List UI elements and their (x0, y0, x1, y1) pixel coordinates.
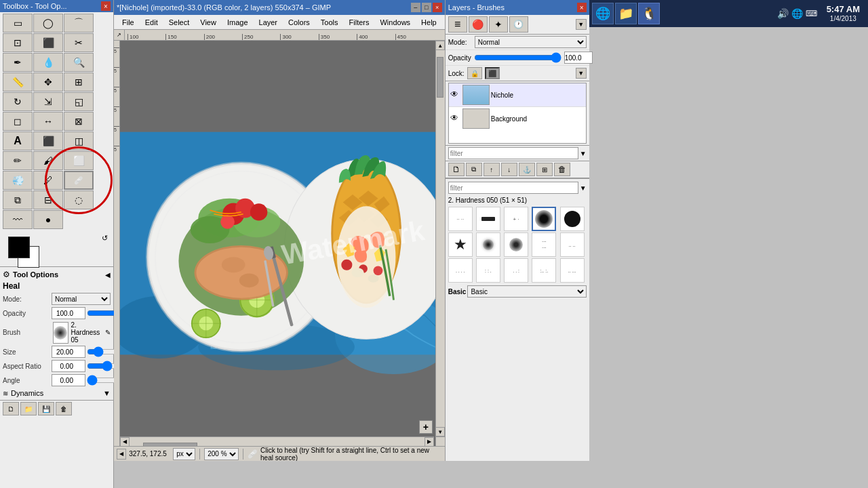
mode-select[interactable]: Normal (52, 293, 111, 305)
minimize-button[interactable]: – (411, 3, 420, 12)
menu-edit[interactable]: Edit (140, 15, 163, 30)
menu-view[interactable]: View (195, 15, 222, 30)
tool-options-collapse[interactable]: ◀ (105, 271, 111, 279)
layer-up-button[interactable]: ↑ (484, 163, 500, 176)
layers-close-button[interactable]: × (577, 3, 587, 12)
layer-merge-button[interactable]: ⊞ (536, 163, 553, 176)
tool-paintbrush[interactable]: 🖌 (33, 151, 63, 170)
taskbar-gimp-button[interactable]: 🐧 (638, 3, 660, 24)
menu-file[interactable]: File (117, 15, 140, 30)
tool-flip[interactable]: ↔ (33, 112, 63, 131)
layers-channels-tab[interactable]: ≡ (448, 16, 467, 33)
menu-tools[interactable]: Tools (315, 15, 344, 30)
scrollbar-vertical[interactable]: ▲ ▼ (435, 41, 445, 436)
layers-opacity-input[interactable]: 100.0 (564, 52, 593, 64)
canvas-viewport[interactable]: BLUALS (120, 41, 444, 446)
scroll-up-button[interactable]: ▲ (435, 41, 445, 50)
tool-pencil[interactable]: ✏ (3, 151, 33, 170)
foreground-color[interactable] (8, 237, 30, 258)
tool-dodge[interactable]: ● (33, 210, 63, 229)
tool-zoom[interactable]: 🔍 (64, 53, 94, 72)
brush-cell-10[interactable]: .. .. (560, 232, 585, 257)
brush-cell-8[interactable] (504, 232, 528, 257)
tool-airbrush[interactable]: 💨 (3, 171, 33, 190)
aspect-input[interactable]: 0.00 (52, 360, 85, 372)
layers-filter-input[interactable] (448, 147, 578, 159)
zoom-plus-icon[interactable]: + (419, 420, 433, 434)
brushes-filter-arrow[interactable]: ▼ (580, 184, 587, 192)
tool-shear[interactable]: ◱ (64, 92, 94, 111)
tool-scale[interactable]: ⇲ (33, 92, 63, 111)
tool-select-color[interactable]: ⬛ (33, 33, 63, 52)
scroll-left-button[interactable]: ◀ (120, 437, 130, 447)
tool-options-new[interactable]: 🗋 (3, 402, 19, 415)
layer-eye-background[interactable]: 👁 (450, 113, 461, 124)
scroll-down-button[interactable]: ▼ (435, 427, 445, 436)
lock-alpha-button[interactable]: ⬛ (485, 67, 500, 79)
menu-colors[interactable]: Colors (283, 15, 315, 30)
taskbar-folder-button[interactable]: 📁 (615, 3, 637, 24)
tool-options-open[interactable]: 📁 (20, 402, 37, 415)
brush-preview[interactable] (53, 322, 68, 344)
layers-paths-tab[interactable]: 🔴 (469, 16, 488, 33)
brush-cell-2[interactable] (476, 207, 500, 231)
tool-blend[interactable]: ◫ (64, 131, 94, 150)
layers-expand-icon[interactable]: ▼ (576, 68, 587, 79)
layer-anchor-button[interactable]: ⚓ (519, 163, 535, 176)
tool-text[interactable]: A (3, 131, 33, 150)
layer-new-button[interactable]: 🗋 (448, 163, 465, 176)
taskbar-clock[interactable]: 5:47 AM 1/4/2013 (821, 4, 865, 23)
tool-fuzzy-select[interactable]: ⊡ (3, 33, 33, 52)
tool-rect-select[interactable]: ▭ (3, 14, 33, 33)
tool-clone[interactable]: ⧉ (3, 190, 33, 209)
layers-undo-tab[interactable]: ✦ (489, 16, 508, 33)
tool-heal[interactable]: 🩹 (64, 171, 94, 190)
status-zoom-select[interactable]: 200 % 100 % 50 % (204, 448, 239, 460)
tool-color-picker[interactable]: 💧 (33, 53, 63, 72)
tool-measure[interactable]: 📏 (3, 73, 33, 92)
layer-item-nichole[interactable]: 👁 Nichole (449, 83, 586, 107)
brush-cell-11[interactable]: . . . . (448, 258, 473, 283)
scroll-thumb-v[interactable] (437, 57, 443, 98)
toolbox-close-button[interactable]: × (101, 1, 111, 11)
brush-cell-7[interactable] (476, 232, 500, 257)
status-unit-select[interactable]: px % (173, 448, 195, 460)
brushes-category-select[interactable]: Basic Bristle Calligraphic (467, 285, 586, 298)
brush-cell-15[interactable]: .. ... (560, 258, 585, 283)
layers-panel-expand[interactable]: ▼ (576, 19, 587, 30)
layer-delete-button[interactable]: 🗑 (554, 163, 570, 176)
menu-select[interactable]: Select (163, 15, 195, 30)
tool-blur[interactable]: ◌ (64, 190, 94, 209)
tool-smudge[interactable]: 〰 (3, 210, 33, 229)
tool-ellipse-select[interactable]: ◯ (33, 14, 63, 33)
brush-cell-3[interactable]: + · (504, 207, 528, 231)
tool-perspective-clone[interactable]: ⊟ (33, 190, 63, 209)
layers-mode-select[interactable]: Normal Multiply Screen (475, 36, 587, 48)
menu-help[interactable]: Help (416, 15, 442, 30)
close-button[interactable]: × (433, 3, 442, 12)
brush-edit-button[interactable]: ✎ (105, 329, 111, 336)
opacity-input[interactable]: 100.0 (52, 307, 85, 319)
brush-cell-4[interactable] (532, 207, 556, 231)
tool-rotate[interactable]: ↻ (3, 92, 33, 111)
scroll-right-button[interactable]: ▶ (425, 437, 434, 447)
brush-cell-5[interactable] (560, 207, 585, 231)
brushes-filter-input[interactable] (448, 182, 578, 194)
brush-cell-6[interactable]: ★ (448, 232, 473, 257)
layer-item-background[interactable]: 👁 Background (449, 107, 586, 130)
angle-input[interactable]: 0.00 (52, 374, 85, 386)
size-input[interactable]: 20.00 (52, 346, 85, 358)
menu-filters[interactable]: Filters (344, 15, 375, 30)
layer-duplicate-button[interactable]: ⧉ (466, 163, 482, 176)
scroll-thumb-h[interactable] (143, 443, 197, 447)
tool-move[interactable]: ✥ (33, 73, 63, 92)
tool-paths[interactable]: ✒ (3, 53, 33, 72)
tray-icon-2[interactable]: 🌐 (791, 8, 803, 19)
tool-bucket[interactable]: ⬛ (33, 131, 63, 150)
tool-options-delete[interactable]: 🗑 (56, 402, 72, 415)
swap-colors-icon[interactable]: ↺ (102, 234, 108, 243)
brush-cell-1[interactable]: ·· ·· (448, 207, 473, 231)
layers-opacity-slider[interactable] (474, 52, 561, 63)
dynamics-expand-icon[interactable]: ▼ (103, 389, 111, 397)
status-nav-left[interactable]: ◀ (117, 449, 126, 460)
